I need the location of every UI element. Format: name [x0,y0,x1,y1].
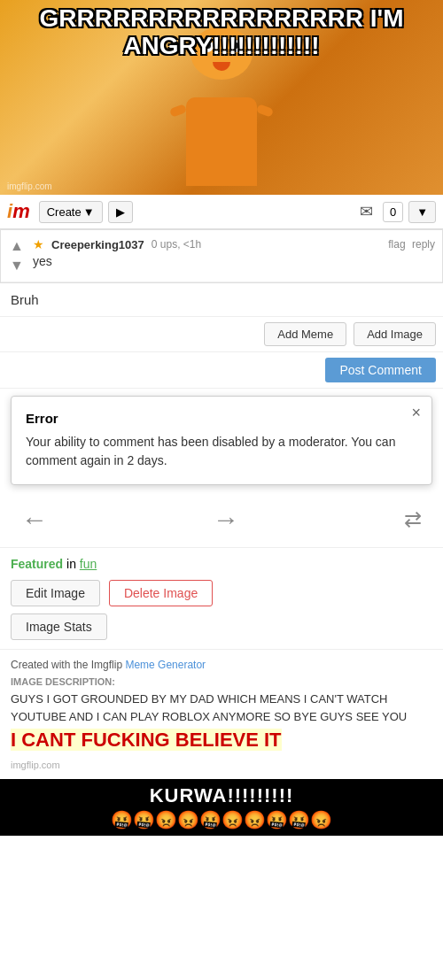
forward-arrow-button[interactable]: → [213,505,239,535]
add-meme-button[interactable]: Add Meme [264,322,346,346]
post-comment-row: Post Comment [0,352,443,389]
action-buttons-row: Add Meme Add Image [0,317,443,352]
back-arrow-button[interactable]: ← [21,505,48,535]
nav-arrows-row: ← → ⇄ [0,492,443,548]
created-section: Created with the Imgflip Meme Generator … [0,650,443,779]
image-stats-button[interactable]: Image Stats [11,613,107,640]
add-image-button[interactable]: Add Image [354,322,436,346]
comment-row: ▲ ▼ ★ Creeperking1037 0 ups, <1h flag re… [1,230,442,282]
meme-top-text: GRRRRRRRRRRRRRRRRR I'M ANGRY!!!!!!!!!!!!… [0,5,443,60]
edit-image-button[interactable]: Edit Image [11,580,100,606]
comment-section: ▲ ▼ ★ Creeperking1037 0 ups, <1h flag re… [0,229,443,283]
shuffle-button[interactable]: ⇄ [404,507,422,532]
featured-label: Featured [11,557,63,571]
bottom-meme-text: KURWA!!!!!!!!! [7,784,436,807]
star-icon: ★ [33,237,44,251]
emoji-row: 🤬🤬😡😡🤬😡😡🤬🤬😡 [7,809,436,830]
error-dialog: × Error Your ability to comment has been… [11,396,432,485]
comment-content: ★ Creeperking1037 0 ups, <1h flag reply … [33,237,435,268]
error-title: Error [26,411,417,426]
delete-image-button[interactable]: Delete Image [109,580,213,606]
edit-delete-row: Edit Image Delete Image [11,580,432,606]
imgflip-footer: imgflip.com [11,760,432,770]
post-comment-button[interactable]: Post Comment [325,358,436,382]
create-dropdown-icon: ▼ [83,205,95,219]
dialog-overlay: × Error Your ability to comment has been… [0,396,443,485]
navbar-dropdown-button[interactable]: ▼ [408,201,436,223]
logo-m: m [12,200,30,223]
created-text: Created with the Imgflip Meme Generator [11,659,432,671]
comment-meta: 0 ups, <1h [152,238,201,251]
created-label: Created with the Imgflip [11,659,122,671]
bruh-text: Bruh [11,292,39,307]
comment-text: yes [33,254,435,268]
comment-username[interactable]: Creeperking1037 [51,238,144,251]
featured-fun-link[interactable]: fun [80,557,97,571]
comment-user-row: ★ Creeperking1037 0 ups, <1h flag reply [33,237,435,251]
featured-text: Featured in fun [11,557,432,571]
create-button[interactable]: Create ▼ [39,201,103,223]
image-desc-text: GUYS I GOT GROUNDED BY MY DAD WHICH MEAN… [11,691,432,754]
notification-count: 0 [383,202,403,222]
close-button[interactable]: × [411,404,421,422]
forward-icon: ▶ [116,205,125,219]
watermark: imgflip.com [7,181,52,191]
featured-in: in [66,557,80,571]
meme-image-area: GRRRRRRRRRRRRRRRRR I'M ANGRY!!!!!!!!!!!!… [0,0,443,195]
mail-icon[interactable]: ✉ [356,201,377,222]
forward-button[interactable]: ▶ [108,201,133,223]
bruh-section: Bruh [0,283,443,317]
reply-link[interactable]: reply [412,238,435,251]
featured-section: Featured in fun Edit Image Delete Image … [0,548,443,650]
create-label: Create [47,205,82,219]
upvote-button[interactable]: ▲ [8,237,26,255]
image-desc-highlight: I CANT FUCKING BELIEVE IT [11,729,282,751]
meme-generator-link[interactable]: Meme Generator [125,659,206,671]
image-stats-row: Image Stats [11,613,432,640]
vote-buttons: ▲ ▼ [8,237,26,274]
error-body: Your ability to comment has been disable… [26,433,417,470]
navbar: i m Create ▼ ▶ ✉ 0 ▼ [0,195,443,229]
image-desc-label: IMAGE DESCRIPTION: [11,676,432,687]
navbar-dropdown-icon: ▼ [416,205,428,219]
logo[interactable]: i m [7,200,30,223]
bottom-meme-bar: KURWA!!!!!!!!! 🤬🤬😡😡🤬😡😡🤬🤬😡 [0,779,443,836]
image-desc-body: GUYS I GOT GROUNDED BY MY DAD WHICH MEAN… [11,692,407,723]
flag-link[interactable]: flag [388,238,405,251]
comment-actions: flag reply [388,238,435,251]
downvote-button[interactable]: ▼ [8,257,26,274]
